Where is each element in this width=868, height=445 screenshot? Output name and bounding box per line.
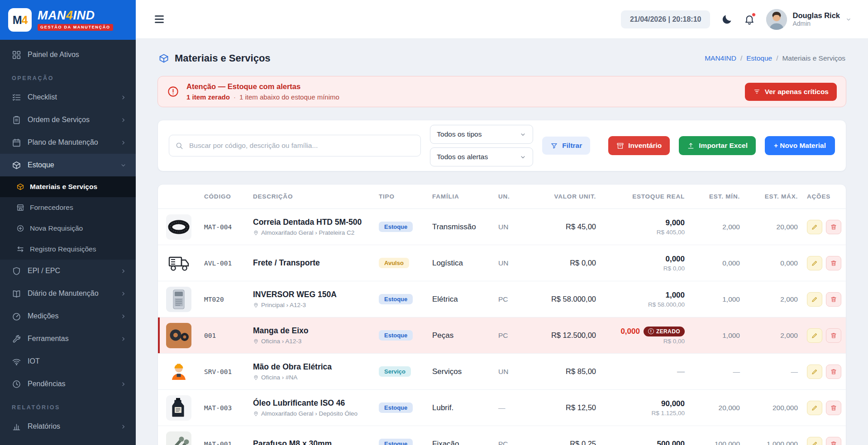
chevron-down-icon: [520, 154, 526, 161]
column-header-descricao: DESCRIÇÃO: [248, 193, 374, 200]
sidebar-item-relatorios[interactable]: Relatórios: [0, 415, 136, 438]
item-stock: 0,000!ZERADO R$ 0,00: [601, 327, 689, 345]
edit-button[interactable]: [807, 401, 822, 415]
item-max-stock: 2,000: [744, 331, 802, 340]
item-unit: UN: [494, 259, 524, 267]
sidebar-item-label: Diário de Manutenção: [28, 289, 114, 298]
item-max-stock: 0,000: [744, 259, 802, 267]
item-code: SRV-001: [200, 368, 248, 375]
item-unit-value: R$ 12,50: [524, 403, 601, 412]
zerado-badge: !ZERADO: [644, 327, 685, 336]
delete-button[interactable]: [826, 256, 841, 270]
sidebar-item-painel-de-ativos[interactable]: Painel de Ativos: [0, 43, 136, 66]
calendar-icon: [12, 138, 21, 147]
item-code: MAT-003: [200, 404, 248, 412]
item-name: Parafuso M8 x 30mm: [253, 439, 370, 445]
edit-button[interactable]: [807, 365, 822, 379]
delete-button[interactable]: [826, 292, 841, 307]
chevron-right-icon: [120, 336, 127, 342]
dark-mode-toggle[interactable]: [721, 14, 733, 25]
delete-button[interactable]: [826, 220, 841, 234]
column-header-est-max: EST. MÁX.: [744, 193, 802, 200]
filter-button[interactable]: Filtrar: [542, 137, 590, 155]
inventory-icon: [616, 142, 624, 150]
sidebar-item-label: IOT: [28, 357, 127, 365]
chevron-right-icon: [120, 139, 127, 146]
sidebar-subitem-registro-requisicoes[interactable]: Registro Requisições: [0, 239, 136, 260]
delete-button[interactable]: [826, 401, 841, 415]
stock-value: R$ 0,00: [605, 338, 685, 345]
transfer-icon: [16, 245, 24, 253]
inventory-button[interactable]: Inventário: [608, 136, 670, 155]
breadcrumb-item-estoque[interactable]: Estoque: [746, 54, 772, 62]
type-badge: Estoque: [379, 402, 413, 413]
alert-text: Atenção — Estoque com alertas 1 item zer…: [186, 82, 339, 101]
sidebar-item-label: Registro Requisições: [30, 245, 127, 253]
column-header-tipo: TIPO: [374, 193, 428, 200]
notifications-button[interactable]: [744, 14, 755, 25]
sidebar-item-pendencias[interactable]: Pendências: [0, 373, 136, 395]
sidebar-item-ferramentas[interactable]: Ferramentas: [0, 327, 136, 350]
sidebar-item-epi-epc[interactable]: EPI / EPC: [0, 260, 136, 282]
sidebar-item-checklist[interactable]: Checklist: [0, 86, 136, 109]
sidebar-item-diario-de-manutencao[interactable]: Diário de Manutenção: [0, 282, 136, 305]
delete-button[interactable]: [826, 437, 841, 445]
view-critical-button[interactable]: Ver apenas críticos: [745, 83, 837, 101]
stock-quantity: 0,000: [665, 255, 685, 264]
product-thumbnail-bearing: [166, 323, 191, 348]
item-max-stock: 2,000: [744, 295, 802, 303]
item-unit: PC: [494, 440, 524, 445]
stock-value: R$ 1.125,00: [605, 410, 685, 417]
delete-button[interactable]: [826, 328, 841, 343]
menu-toggle-button[interactable]: [152, 13, 167, 25]
wifi-icon: [12, 357, 21, 366]
sidebar-item-estoque[interactable]: Estoque: [0, 154, 136, 176]
brand-logo[interactable]: M4 MAN4IND GESTÃO DA MANUTENÇÃO: [0, 0, 136, 40]
item-max-stock: —: [744, 368, 802, 376]
pencil-icon: [811, 440, 818, 445]
edit-button[interactable]: [807, 437, 822, 445]
type-badge: Estoque: [379, 330, 413, 341]
edit-button[interactable]: [807, 220, 822, 234]
item-min-stock: 20,000: [689, 404, 744, 412]
pencil-icon: [811, 332, 818, 339]
edit-button[interactable]: [807, 256, 822, 270]
new-material-button[interactable]: + Novo Material: [765, 136, 835, 155]
chevron-right-icon: [120, 268, 127, 275]
product-thumbnail-oil: [166, 395, 191, 421]
sidebar-item-label: Checklist: [28, 93, 114, 101]
search-input[interactable]: [169, 135, 421, 156]
item-family: Lubrif.: [428, 403, 494, 412]
import-excel-button[interactable]: Importar Excel: [679, 136, 756, 155]
alert-filter-select[interactable]: Todos os alertas: [430, 147, 533, 166]
delete-button[interactable]: [826, 365, 841, 379]
sidebar-subitem-nova-requisicao[interactable]: Nova Requisição: [0, 218, 136, 239]
pin-icon: [253, 374, 259, 380]
sidebar-item-label: Nova Requisição: [30, 224, 127, 232]
search-box: [169, 135, 421, 156]
sidebar-item-ordem-de-servicos[interactable]: Ordem de Serviços: [0, 109, 136, 131]
breadcrumb-item-man4ind[interactable]: MAN4IND: [705, 54, 736, 62]
wrench-icon: [12, 334, 21, 344]
sidebar-item-medicoes[interactable]: Medições: [0, 305, 136, 327]
pencil-icon: [811, 223, 818, 231]
type-filter-select[interactable]: Todos os tipos: [430, 125, 533, 144]
edit-button[interactable]: [807, 292, 822, 307]
chevron-right-icon: [120, 290, 127, 297]
sidebar-subitem-materiais-e-servicos[interactable]: Materiais e Serviços: [0, 176, 136, 197]
sidebar-subitem-fornecedores[interactable]: Fornecedores: [0, 197, 136, 218]
product-thumbnail-belt: [166, 214, 191, 240]
topbar: 21/04/2026 | 20:18:10 Douglas Rick Admin: [136, 0, 868, 39]
user-menu[interactable]: Douglas Rick Admin: [766, 9, 852, 30]
item-family: Peças: [428, 331, 494, 340]
item-unit-value: R$ 85,00: [524, 367, 601, 376]
chevron-right-icon: [120, 313, 127, 320]
stock-value: R$ 405,00: [605, 229, 685, 236]
sidebar-item-plano-de-manutencao[interactable]: Plano de Manutenção: [0, 131, 136, 154]
item-unit-value: R$ 0,25: [524, 440, 601, 445]
sidebar-item-iot[interactable]: IOT: [0, 350, 136, 373]
store-icon: [16, 204, 24, 212]
edit-button[interactable]: [807, 328, 822, 343]
brand-tagline: GESTÃO DA MANUTENÇÃO: [38, 24, 113, 31]
user-meta: Douglas Rick Admin: [792, 11, 840, 28]
